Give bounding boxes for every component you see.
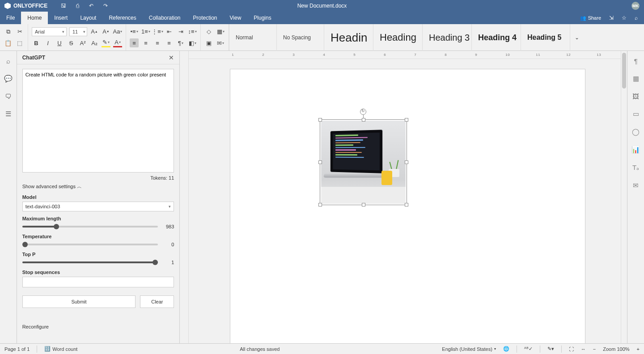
line-spacing-icon[interactable]: ↕≡ bbox=[188, 27, 197, 36]
selected-image[interactable] bbox=[320, 119, 407, 205]
text-art-icon[interactable]: Tₐ bbox=[632, 164, 639, 172]
bold-icon[interactable]: B bbox=[32, 38, 41, 47]
fit-page-icon[interactable]: ⛶ bbox=[569, 346, 574, 352]
shading-icon[interactable]: ◧ bbox=[188, 38, 197, 47]
italic-icon[interactable]: I bbox=[43, 38, 52, 47]
bullet-list-icon[interactable]: •≡ bbox=[130, 27, 139, 36]
highlight-color-icon[interactable]: ✎ bbox=[102, 38, 110, 47]
resize-handle-bl[interactable] bbox=[318, 203, 322, 206]
menu-file[interactable]: File bbox=[0, 12, 21, 24]
font-color-icon[interactable]: A bbox=[113, 38, 122, 47]
menu-collaboration[interactable]: Collaboration bbox=[143, 12, 187, 24]
number-list-icon[interactable]: 1≡ bbox=[141, 27, 150, 36]
image-settings-icon[interactable]: 🖼 bbox=[632, 93, 639, 100]
copy-icon[interactable]: ⧉ bbox=[4, 27, 13, 36]
page-indicator[interactable]: Page 1 of 1 bbox=[4, 346, 30, 352]
mailmerge-icon[interactable]: ✉ bbox=[216, 38, 225, 47]
clear-button[interactable]: Clear bbox=[140, 295, 174, 308]
temp-slider[interactable] bbox=[22, 244, 158, 245]
fit-width-icon[interactable]: ↔ bbox=[581, 346, 586, 352]
menu-protection[interactable]: Protection bbox=[187, 12, 224, 24]
table-settings-icon[interactable]: ▦ bbox=[633, 75, 639, 83]
underline-icon[interactable]: U bbox=[55, 38, 64, 47]
font-size-select[interactable]: 11 bbox=[69, 27, 87, 36]
rotate-handle[interactable] bbox=[360, 109, 366, 115]
mail-merge-icon[interactable]: ✉ bbox=[633, 181, 639, 190]
resize-handle-ml[interactable] bbox=[318, 160, 322, 164]
language-select[interactable]: English (United States) ▾ bbox=[442, 346, 496, 352]
header-footer-icon[interactable]: ▭ bbox=[633, 110, 639, 118]
superscript-icon[interactable]: A² bbox=[78, 38, 87, 47]
maxlen-slider[interactable] bbox=[22, 226, 158, 228]
menu-layout[interactable]: Layout bbox=[74, 12, 102, 24]
decrease-indent-icon[interactable]: ⇤ bbox=[165, 27, 174, 36]
paste-icon[interactable]: 📋 bbox=[4, 38, 13, 47]
nonprinting-icon[interactable]: ¶ bbox=[176, 38, 185, 47]
resize-handle-mr[interactable] bbox=[405, 160, 408, 164]
model-select[interactable]: text-davinci-003▾ bbox=[22, 202, 174, 211]
open-location-icon[interactable]: ⇲ bbox=[609, 15, 614, 21]
decrease-font-icon[interactable]: A▼ bbox=[102, 27, 110, 36]
style-heading3[interactable]: Heading 3 bbox=[423, 24, 472, 51]
change-case-icon[interactable]: Aa bbox=[113, 27, 122, 36]
word-count[interactable]: 🔢Word count bbox=[44, 346, 77, 352]
spellcheck-icon[interactable]: ᴬᴮ✓ bbox=[524, 346, 533, 352]
align-right-icon[interactable]: ≡ bbox=[153, 38, 162, 47]
stop-sequences-input[interactable] bbox=[22, 277, 174, 287]
favorite-icon[interactable]: ☆ bbox=[622, 15, 627, 21]
align-center-icon[interactable]: ≡ bbox=[141, 38, 150, 47]
save-icon[interactable]: 🖫 bbox=[61, 3, 66, 9]
zoom-level[interactable]: Zoom 100% bbox=[603, 346, 629, 352]
doclang-icon[interactable]: 🌐 bbox=[503, 346, 509, 352]
advanced-toggle[interactable]: Show advanced settings ︿ bbox=[22, 183, 174, 190]
subscript-icon[interactable]: A₂ bbox=[90, 38, 99, 47]
user-avatar[interactable]: MK bbox=[631, 2, 640, 10]
cut-icon[interactable]: ✂ bbox=[15, 27, 24, 36]
resize-handle-br[interactable] bbox=[405, 203, 408, 206]
zoom-out-icon[interactable]: − bbox=[593, 346, 596, 352]
resize-handle-tl[interactable] bbox=[318, 118, 322, 122]
menu-plugins[interactable]: Plugins bbox=[247, 12, 277, 24]
paragraph-settings-icon[interactable]: ¶ bbox=[634, 57, 638, 65]
resize-handle-tm[interactable] bbox=[362, 118, 365, 122]
font-family-select[interactable]: Arial bbox=[32, 27, 67, 36]
page[interactable] bbox=[230, 69, 585, 343]
reconfigure-link[interactable]: Reconfigure bbox=[22, 324, 174, 329]
redo-icon[interactable]: ↷ bbox=[103, 3, 108, 9]
zoom-in-icon[interactable]: + bbox=[637, 346, 640, 352]
style-no-spacing[interactable]: No Spacing bbox=[277, 24, 324, 51]
track-changes-icon[interactable]: ✎▾ bbox=[547, 346, 554, 352]
print-icon[interactable]: ⎙ bbox=[76, 3, 79, 9]
document-scroll[interactable]: 12345678910111213 bbox=[189, 51, 627, 343]
undo-icon[interactable]: ↶ bbox=[89, 3, 93, 9]
shape-settings-icon[interactable]: ◯ bbox=[632, 128, 640, 136]
topp-slider[interactable] bbox=[22, 261, 158, 263]
vertical-scrollbar[interactable] bbox=[621, 51, 627, 343]
menu-references[interactable]: References bbox=[102, 12, 142, 24]
align-left-icon[interactable]: ≡ bbox=[130, 38, 139, 47]
search-icon[interactable]: ⌕ bbox=[635, 15, 638, 21]
find-icon[interactable]: ⌕ bbox=[6, 57, 10, 65]
share-button[interactable]: 👥Share bbox=[580, 15, 601, 21]
close-icon[interactable]: ✕ bbox=[169, 54, 174, 61]
style-heading5[interactable]: Heading 5 bbox=[521, 24, 570, 51]
submit-button[interactable]: Submit bbox=[22, 295, 136, 308]
style-heading4[interactable]: Heading 4 bbox=[472, 24, 521, 51]
increase-indent-icon[interactable]: ⇥ bbox=[176, 27, 185, 36]
comments-icon[interactable]: 💬 bbox=[4, 75, 13, 83]
menu-insert[interactable]: Insert bbox=[48, 12, 74, 24]
increase-font-icon[interactable]: A▲ bbox=[90, 27, 99, 36]
select-all-icon[interactable]: ▣ bbox=[204, 38, 213, 47]
navigation-icon[interactable]: ☰ bbox=[5, 110, 11, 118]
paragraph-color-icon[interactable]: ▦ bbox=[216, 27, 225, 36]
copy-style-icon[interactable]: ⬚ bbox=[15, 38, 24, 47]
menu-home[interactable]: Home bbox=[21, 12, 48, 24]
chat-icon[interactable]: 🗨 bbox=[5, 93, 12, 100]
clear-style-icon[interactable]: ◇ bbox=[204, 27, 213, 36]
prompt-input[interactable] bbox=[22, 69, 174, 173]
style-heading2[interactable]: Heading bbox=[373, 24, 423, 51]
strike-icon[interactable]: S bbox=[67, 38, 76, 47]
chart-settings-icon[interactable]: 📊 bbox=[631, 146, 640, 154]
align-justify-icon[interactable]: ≡ bbox=[165, 38, 174, 47]
multilevel-list-icon[interactable]: ⋮≡ bbox=[153, 27, 162, 36]
